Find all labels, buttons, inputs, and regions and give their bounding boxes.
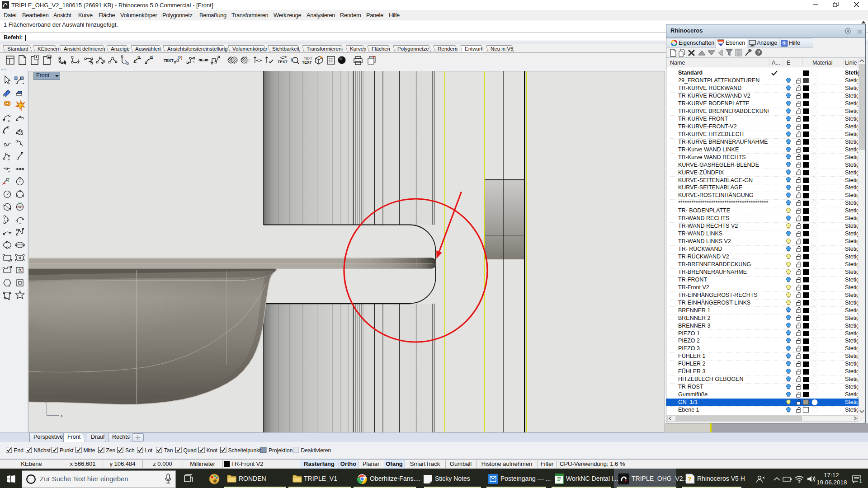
svg-text:?: ? bbox=[688, 475, 692, 483]
svg-text:R: R bbox=[137, 55, 141, 60]
svg-text:TEXT: TEXT bbox=[278, 60, 288, 64]
svg-text:TEXT: TEXT bbox=[164, 58, 174, 63]
svg-text:TEXT: TEXT bbox=[302, 60, 312, 65]
svg-text:?: ? bbox=[757, 50, 760, 55]
svg-text:[2]: [2] bbox=[178, 56, 182, 60]
svg-text:T: T bbox=[290, 57, 292, 62]
svg-text:Ø: Ø bbox=[150, 55, 153, 60]
svg-text:1: 1 bbox=[859, 479, 862, 483]
svg-text:?: ? bbox=[783, 41, 786, 46]
svg-text:x: x bbox=[61, 413, 63, 418]
svg-text:z: z bbox=[45, 399, 47, 404]
